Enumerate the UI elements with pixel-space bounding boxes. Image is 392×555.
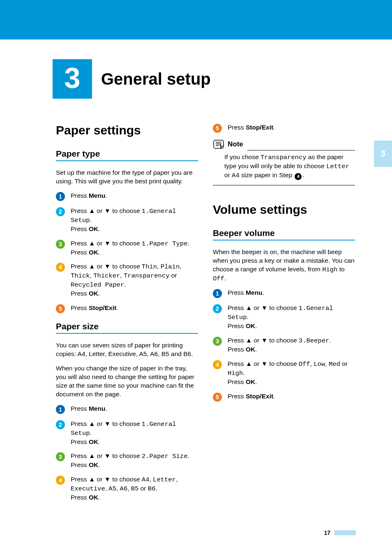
heading-beeper-volume: Beeper volume [213, 228, 355, 240]
paper-type-intro: Set up the machine for the type of paper… [56, 169, 198, 186]
step-number-icon: 1 [56, 192, 65, 201]
step-text: Press Stop/Exit. [71, 304, 118, 312]
step-text: Press ▲ or ▼ to choose 1.Paper Type.Pres… [71, 239, 189, 257]
chapter-title: General setup [101, 70, 211, 88]
paper-size-intro-2: When you change the size of paper in the… [56, 364, 198, 399]
step-text: Press ▲ or ▼ to choose 1.General Setup.P… [228, 304, 355, 331]
paper-size-intro-1: You can use seven sizes of paper for pri… [56, 341, 198, 358]
paper-type-step-2: 2 Press ▲ or ▼ to choose 1.General Setup… [56, 207, 198, 234]
step-number-icon: 3 [56, 452, 65, 461]
paper-type-step-4: 4 Press ▲ or ▼ to choose Thin, Plain, Th… [56, 262, 198, 298]
beeper-step-4: 4 Press ▲ or ▼ to choose Off, Low, Med o… [213, 360, 355, 386]
beeper-step-5: 5 Press Stop/Exit. [213, 392, 355, 402]
step-text: Press Menu. [71, 192, 107, 200]
step-text: Press Menu. [71, 405, 107, 413]
section-paper-settings: Paper settings [56, 123, 198, 137]
step-number-icon: 4 [213, 360, 222, 369]
heading-paper-type: Paper type [56, 149, 198, 161]
paper-size-step-5: 5 Press Stop/Exit. [213, 123, 355, 133]
step-text: Press ▲ or ▼ to choose 3.Beeper.Press OK… [228, 336, 331, 354]
step-number-icon: 5 [213, 124, 222, 133]
paper-size-step-2: 2 Press ▲ or ▼ to choose 1.General Setup… [56, 420, 198, 446]
step-number-icon: 1 [213, 289, 222, 298]
step-text: Press ▲ or ▼ to choose 1.General Setup.P… [71, 207, 198, 234]
step-text: Press ▲ or ▼ to choose 2.Paper Size.Pres… [71, 452, 189, 469]
beeper-step-2: 2 Press ▲ or ▼ to choose 1.General Setup… [213, 304, 355, 331]
heading-paper-size: Paper size [56, 321, 198, 334]
step-number-icon: 2 [56, 420, 65, 429]
side-tab: 3 [374, 141, 392, 167]
step-text: Press Menu. [228, 289, 264, 297]
footer: 17 [324, 530, 356, 536]
beeper-step-3: 3 Press ▲ or ▼ to choose 3.Beeper.Press … [213, 336, 355, 354]
step-text: Press Stop/Exit. [228, 392, 275, 401]
footer-bar [334, 530, 356, 535]
right-column: 5 Press Stop/Exit. Note If you chose Tra… [213, 123, 355, 508]
step-text: Press ▲ or ▼ to choose 1.General Setup.P… [71, 420, 198, 446]
paper-size-step-1: 1 Press Menu. [56, 405, 198, 414]
note-icon [213, 139, 224, 149]
chapter-number-box: 3 [53, 59, 92, 99]
paper-size-step-3: 3 Press ▲ or ▼ to choose 2.Paper Size.Pr… [56, 452, 198, 469]
paper-type-step-5: 5 Press Stop/Exit. [56, 304, 198, 313]
chapter-heading: 3 General setup [53, 59, 392, 99]
step-number-icon: 1 [56, 405, 65, 414]
step-number-icon: 4 [56, 263, 65, 272]
step-number-icon: 3 [56, 240, 65, 249]
step-number-icon: 4 [56, 476, 65, 485]
step-text: Press ▲ or ▼ to choose Off, Low, Med or … [228, 360, 355, 386]
paper-type-step-3: 3 Press ▲ or ▼ to choose 1.Paper Type.Pr… [56, 239, 198, 257]
step-text: Press ▲ or ▼ to choose A4, Letter, Execu… [71, 475, 198, 502]
step-number-icon: 2 [213, 304, 222, 313]
step-number-icon: 3 [213, 337, 222, 346]
note-rule [247, 150, 355, 150]
beeper-step-1: 1 Press Menu. [213, 289, 355, 298]
beeper-intro: When the beeper is on, the machine will … [213, 248, 355, 283]
note-header: Note [213, 139, 355, 149]
left-column: Paper settings Paper type Set up the mac… [56, 123, 198, 508]
header-band [0, 0, 392, 39]
paper-type-step-1: 1 Press Menu. [56, 192, 198, 201]
step-number-icon: 2 [56, 207, 65, 216]
content-columns: Paper settings Paper type Set up the mac… [0, 123, 392, 508]
section-volume-settings: Volume settings [213, 203, 355, 217]
step-number-icon: 5 [213, 393, 222, 402]
step-text: Press ▲ or ▼ to choose Thin, Plain, Thic… [71, 262, 198, 298]
note-body: If you chose Transparency as the paper t… [213, 153, 355, 185]
paper-size-step-4: 4 Press ▲ or ▼ to choose A4, Letter, Exe… [56, 475, 198, 502]
page-number: 17 [324, 530, 330, 536]
step-number-icon: 5 [56, 304, 65, 313]
note-label: Note [228, 140, 243, 148]
step-text: Press Stop/Exit. [228, 123, 275, 132]
step-ref-icon: 4 [295, 173, 302, 180]
